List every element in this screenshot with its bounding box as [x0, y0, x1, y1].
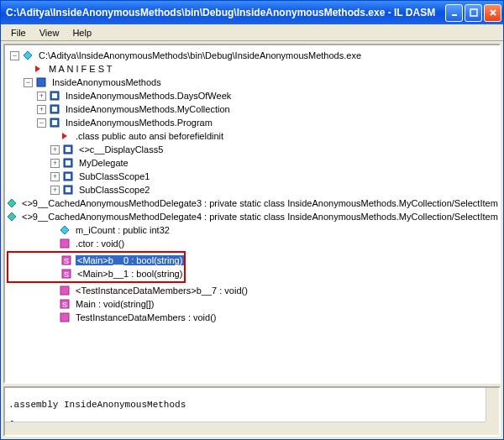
tree-label: .ctor : void()	[74, 238, 126, 249]
tree-label: <>9__CachedAnonymousMethodDelegate3 : pr…	[20, 198, 500, 208]
tree-main[interactable]: S Main : void(string[])	[7, 297, 497, 311]
tree-subclass1[interactable]: + SubClassScope1	[7, 170, 497, 183]
horizontal-scrollbar[interactable]	[5, 422, 486, 435]
expand-icon[interactable]: +	[50, 159, 60, 168]
tree-subclass2[interactable]: + SubClassScope2	[7, 183, 497, 196]
tree-label: InsideAnonymousMethods	[50, 77, 163, 87]
tree-label: TestInstanceDataMembers : void()	[74, 312, 218, 322]
nestedclass-icon	[62, 184, 74, 196]
svg-marker-13	[62, 133, 67, 139]
close-button[interactable]	[484, 4, 501, 22]
class-icon	[49, 103, 60, 115]
menubar: File View Help	[1, 24, 503, 41]
expand-icon[interactable]: +	[50, 145, 60, 155]
highlight-box: S <Main>b__0 : bool(string) S <Main>b__1…	[7, 251, 186, 283]
expand-icon[interactable]: +	[50, 186, 60, 195]
static-method-icon: S	[60, 268, 72, 280]
svg-marker-23	[8, 212, 16, 221]
tree-class-decl[interactable]: .class public auto ansi beforefieldinit	[7, 129, 497, 143]
tree-label: SubClassScope2	[77, 185, 151, 195]
method-icon	[59, 312, 71, 323]
expand-icon[interactable]: +	[37, 105, 46, 114]
tree-type-program[interactable]: − InsideAnonymousMethods.Program	[7, 116, 497, 129]
tree-label: InsideAnonymousMethods.Program	[64, 118, 214, 128]
tree-type-daysofweek[interactable]: + InsideAnonymousMethods.DaysOfWeek	[7, 89, 497, 102]
svg-rect-19	[66, 174, 71, 179]
window-buttons	[445, 4, 501, 22]
tree-manifest[interactable]: M A N I F E S T	[7, 62, 497, 76]
tree-label: InsideAnonymousMethods.MyCollection	[64, 104, 232, 114]
tree-label: <Main>b__0 : bool(string)	[76, 255, 184, 265]
expand-icon[interactable]: +	[37, 92, 46, 101]
svg-rect-17	[66, 160, 71, 165]
svg-marker-5	[35, 65, 40, 72]
menu-help[interactable]: Help	[66, 26, 98, 39]
staticfield-icon	[7, 197, 17, 209]
staticfield-icon	[7, 211, 17, 223]
nestedclass-icon	[62, 144, 74, 155]
status-pane: .assembly InsideAnonymousMethods { .ver …	[3, 386, 501, 437]
tree-view[interactable]: − C:\Aditya\InsideAnonymousMethods\bin\D…	[3, 44, 501, 384]
svg-rect-15	[66, 147, 71, 152]
collapse-icon[interactable]: −	[37, 118, 46, 128]
svg-rect-1	[470, 9, 477, 16]
tree-label: <TestInstanceDataMembers>b__7 : void()	[74, 285, 249, 296]
tree-main-b1[interactable]: S <Main>b__1 : bool(string)	[8, 267, 184, 280]
scroll-corner	[486, 422, 499, 435]
minimize-button[interactable]	[445, 4, 463, 22]
tree-label: Main : void(string[])	[74, 299, 156, 309]
tree-cached4[interactable]: <>9__CachedAnonymousMethodDelegate4 : pr…	[7, 210, 497, 223]
svg-rect-30	[60, 286, 69, 295]
svg-rect-8	[52, 93, 57, 98]
tree-mydelegate[interactable]: + MyDelegate	[7, 156, 497, 170]
tree-root[interactable]: − C:\Aditya\InsideAnonymousMethods\bin\D…	[7, 49, 497, 62]
tree-testinst[interactable]: TestInstanceDataMembers : void()	[7, 311, 497, 324]
menu-file[interactable]: File	[4, 26, 33, 39]
tree-main-b0[interactable]: S <Main>b__0 : bool(string)	[8, 254, 184, 267]
nestedclass-icon	[62, 157, 74, 169]
tree-label: <>c__DisplayClass5	[77, 144, 165, 155]
tree-label: <>9__CachedAnonymousMethodDelegate4 : pr…	[20, 212, 500, 222]
tree-label: InsideAnonymousMethods.DaysOfWeek	[64, 91, 233, 101]
svg-marker-22	[8, 199, 16, 207]
svg-marker-4	[24, 51, 32, 60]
status-line: .assembly InsideAnonymousMethods	[8, 400, 496, 410]
tree-testinst-b7[interactable]: <TestInstanceDataMembers>b__7 : void()	[7, 284, 497, 297]
maximize-button[interactable]	[465, 4, 482, 22]
tree-cached3[interactable]: <>9__CachedAnonymousMethodDelegate3 : pr…	[7, 196, 497, 210]
ildasm-window: C:\Aditya\InsideAnonymousMethods\bin\Deb…	[0, 0, 504, 440]
static-method-icon: S	[60, 254, 72, 266]
static-method-icon: S	[59, 298, 71, 310]
tree-label: .class public auto ansi beforefieldinit	[74, 131, 225, 141]
titlebar: C:\Aditya\InsideAnonymousMethods\bin\Deb…	[1, 1, 503, 24]
svg-text:S: S	[62, 301, 67, 309]
svg-text:S: S	[64, 257, 69, 265]
class-icon	[49, 117, 60, 128]
svg-marker-24	[60, 226, 69, 234]
svg-rect-10	[52, 107, 57, 112]
tree-ctor[interactable]: .ctor : void()	[7, 237, 497, 250]
tree-label: MyDelegate	[77, 158, 130, 168]
menu-view[interactable]: View	[33, 26, 66, 39]
tree-namespace[interactable]: − InsideAnonymousMethods	[7, 76, 497, 89]
method-icon	[59, 285, 71, 296]
assembly-icon	[22, 50, 34, 61]
classdecl-icon	[59, 130, 71, 142]
collapse-icon[interactable]: −	[10, 51, 19, 60]
class-icon	[49, 90, 60, 102]
namespace-icon	[35, 76, 47, 88]
svg-rect-25	[60, 239, 69, 248]
tree-m-icount[interactable]: m_iCount : public int32	[7, 223, 497, 237]
tree-label: M A N I F E S T	[47, 64, 114, 74]
svg-rect-6	[37, 78, 45, 86]
tree-label: m_iCount : public int32	[74, 225, 171, 235]
tree-type-mycollection[interactable]: + InsideAnonymousMethods.MyCollection	[7, 102, 497, 116]
window-title: C:\Aditya\InsideAnonymousMethods\bin\Deb…	[6, 7, 445, 18]
svg-rect-33	[60, 313, 69, 322]
expand-icon[interactable]: +	[50, 172, 60, 181]
collapse-icon[interactable]: −	[24, 78, 33, 87]
tree-label: C:\Aditya\InsideAnonymousMethods\bin\Deb…	[37, 50, 363, 60]
field-icon	[59, 224, 71, 236]
tree-displayclass[interactable]: + <>c__DisplayClass5	[7, 143, 497, 156]
svg-rect-21	[66, 187, 71, 192]
